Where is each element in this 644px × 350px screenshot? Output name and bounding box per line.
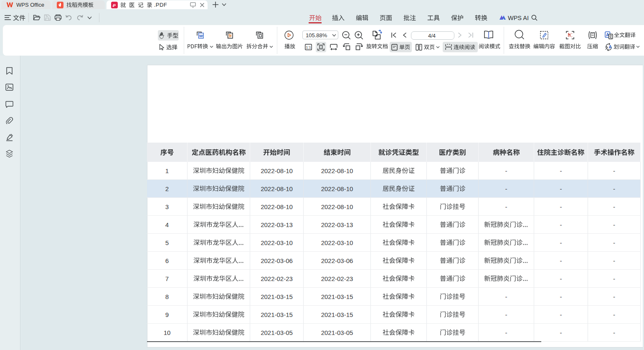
svg-text:P: P [113,3,116,7]
svg-text:W: W [199,33,203,38]
svg-text:A: A [609,44,612,49]
svg-text:1:1: 1:1 [306,45,311,49]
